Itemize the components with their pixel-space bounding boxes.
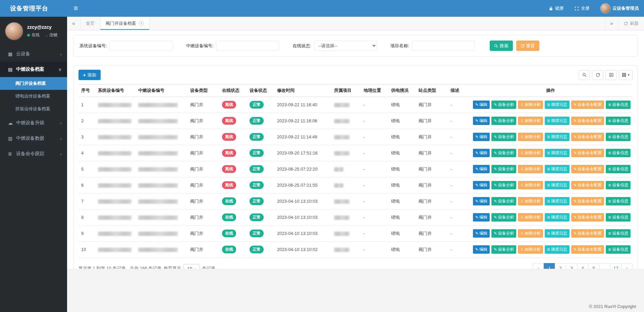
pagination-page-3[interactable]: 3: [566, 263, 577, 269]
device-command-config-button[interactable]: ✎设备命令配置: [571, 245, 604, 254]
fault-analysis-button[interactable]: ⇩故障分析: [518, 117, 543, 125]
dispatch-log-button[interactable]: ≣调度日志: [545, 165, 570, 173]
tab-home[interactable]: 首页: [80, 17, 100, 30]
device-analysis-button[interactable]: ✎设备分析: [491, 245, 516, 254]
row-edit-button[interactable]: ✎编辑: [473, 117, 490, 125]
device-info-button[interactable]: ≣设备信息: [606, 197, 631, 205]
fault-analysis-button[interactable]: ⇩故障分析: [518, 101, 543, 109]
row-edit-button[interactable]: ✎编辑: [473, 229, 490, 238]
row-edit-button[interactable]: ✎编辑: [473, 181, 490, 189]
fault-analysis-button[interactable]: ⇩故障分析: [518, 245, 543, 254]
tab-valve-well-archive[interactable]: 阀门井设备档案×: [100, 17, 150, 30]
fault-analysis-button[interactable]: ⇩故障分析: [518, 181, 543, 189]
table-columns-button[interactable]: ▾: [619, 70, 633, 80]
sidebar-item-gas-device-archive[interactable]: ▤中燃设备档案∨: [0, 62, 67, 77]
dispatch-log-button[interactable]: ≣调度日志: [545, 101, 570, 109]
dispatch-log-button[interactable]: ≣调度日志: [545, 245, 570, 254]
sidebar-subitem-valve-well-archive[interactable]: 阀门井设备档案: [0, 77, 67, 90]
pagination-page-5[interactable]: 5: [588, 263, 599, 269]
device-info-button[interactable]: ≣设备信息: [606, 181, 631, 189]
filter-sys-no-input[interactable]: [110, 41, 173, 51]
device-analysis-button[interactable]: ✎设备分析: [491, 133, 516, 141]
pagination-page-2[interactable]: 2: [555, 263, 566, 269]
page-size-select[interactable]: 10 ▴: [183, 264, 200, 269]
dispatch-log-button[interactable]: ≣调度日志: [545, 213, 570, 222]
device-analysis-button[interactable]: ✎设备分析: [491, 101, 516, 109]
device-info-button[interactable]: ≣设备信息: [606, 149, 631, 157]
device-command-config-button[interactable]: ✎设备命令配置: [571, 149, 604, 157]
header-user-menu[interactable]: 云设备管理员: [595, 0, 644, 17]
pagination-next-button[interactable]: ›: [621, 263, 633, 269]
row-edit-button[interactable]: ✎编辑: [473, 245, 490, 254]
filter-project-name-input[interactable]: [412, 41, 475, 51]
filter-gas-no-input[interactable]: [216, 41, 279, 51]
device-info-button[interactable]: ≣设备信息: [606, 229, 631, 238]
device-command-config-button[interactable]: ✎设备命令配置: [571, 229, 604, 238]
row-edit-button[interactable]: ✎编辑: [473, 197, 490, 205]
pagination-page-17[interactable]: 17: [610, 263, 622, 269]
sidebar-subitem-lithium-remote-archive[interactable]: 锂电远传设备档案: [0, 90, 67, 103]
fullscreen-button[interactable]: 全屏: [569, 0, 595, 17]
fault-analysis-button[interactable]: ⇩故障分析: [518, 133, 543, 141]
sidebar-item-gas-device-data[interactable]: ▥中燃设备数据‹: [0, 131, 67, 146]
device-command-config-button[interactable]: ✎设备命令配置: [571, 101, 604, 109]
dispatch-log-button[interactable]: ≣调度日志: [545, 197, 570, 205]
dispatch-log-button[interactable]: ≣调度日志: [545, 133, 570, 141]
device-command-config-button[interactable]: ✎设备命令配置: [571, 213, 604, 222]
sidebar-toggle-button[interactable]: ≡: [67, 0, 85, 17]
device-info-button[interactable]: ≣设备信息: [606, 165, 631, 173]
fault-analysis-button[interactable]: ⇩故障分析: [518, 197, 543, 205]
tab-refresh-button[interactable]: 刷新: [618, 17, 644, 30]
device-command-config-button[interactable]: ✎设备命令配置: [571, 181, 604, 189]
fault-analysis-button[interactable]: ⇩故障分析: [518, 213, 543, 222]
device-analysis-button[interactable]: ✎设备分析: [491, 229, 516, 238]
sidebar-item-gas-device-upgrade[interactable]: ☁中燃设备升级‹: [0, 115, 67, 131]
pagination-page-1[interactable]: 1: [544, 263, 555, 269]
device-info-button[interactable]: ≣设备信息: [606, 101, 631, 109]
table-view-toggle-button[interactable]: [605, 70, 617, 80]
device-analysis-button[interactable]: ✎设备分析: [491, 213, 516, 222]
tabs-scroll-right-button[interactable]: »: [605, 17, 618, 30]
pagination-prev-button[interactable]: ‹: [533, 263, 544, 269]
dispatch-log-button[interactable]: ≣调度日志: [545, 117, 570, 125]
row-edit-button[interactable]: ✎编辑: [473, 165, 490, 173]
device-analysis-button[interactable]: ✎设备分析: [491, 149, 516, 157]
add-button[interactable]: + 添加: [78, 70, 101, 80]
command-icon: ✎: [574, 103, 577, 107]
device-command-config-button[interactable]: ✎设备命令配置: [571, 117, 604, 125]
fault-analysis-button[interactable]: ⇩故障分析: [518, 229, 543, 238]
fault-analysis-button[interactable]: ⇩故障分析: [518, 165, 543, 173]
dispatch-log-button[interactable]: ≣调度日志: [545, 149, 570, 157]
lock-screen-button[interactable]: 锁屏: [543, 0, 569, 17]
row-edit-button[interactable]: ✎编辑: [473, 149, 490, 157]
row-edit-button[interactable]: ✎编辑: [473, 133, 490, 141]
sidebar-item-device-command-track[interactable]: ≣设备命令跟踪‹: [0, 146, 67, 162]
device-info-button[interactable]: ≣设备信息: [606, 133, 631, 141]
sidebar-item-cloud-device[interactable]: ▦云设备‹: [0, 46, 67, 62]
row-edit-button[interactable]: ✎编辑: [473, 213, 490, 222]
device-info-button[interactable]: ≣设备信息: [606, 117, 631, 125]
search-button[interactable]: 搜索: [490, 41, 513, 51]
device-analysis-button[interactable]: ✎设备分析: [491, 181, 516, 189]
device-analysis-button[interactable]: ✎设备分析: [491, 117, 516, 125]
device-info-button[interactable]: ≣设备信息: [606, 213, 631, 222]
row-edit-button[interactable]: ✎编辑: [473, 101, 490, 109]
filter-online-state-select[interactable]: --请选择--: [314, 41, 377, 51]
dispatch-log-button[interactable]: ≣调度日志: [545, 229, 570, 238]
logout-link[interactable]: → 注销: [44, 32, 57, 38]
dispatch-log-button[interactable]: ≣调度日志: [545, 181, 570, 189]
device-command-config-button[interactable]: ✎设备命令配置: [571, 197, 604, 205]
close-icon[interactable]: ×: [139, 21, 144, 26]
tabs-scroll-left-button[interactable]: «: [67, 17, 80, 30]
sidebar-subitem-assembled-remote-archive[interactable]: 拼装远传设备档案: [0, 103, 67, 115]
device-info-button[interactable]: ≣设备信息: [606, 245, 631, 254]
device-command-config-button[interactable]: ✎设备命令配置: [571, 165, 604, 173]
reset-button[interactable]: 重置: [516, 41, 539, 51]
pagination-page-4[interactable]: 4: [577, 263, 588, 269]
table-search-toggle-button[interactable]: [579, 70, 590, 80]
device-command-config-button[interactable]: ✎设备命令配置: [571, 133, 604, 141]
fault-analysis-button[interactable]: ⇩故障分析: [518, 149, 543, 157]
table-refresh-button[interactable]: [592, 70, 603, 80]
device-analysis-button[interactable]: ✎设备分析: [491, 197, 516, 205]
device-analysis-button[interactable]: ✎设备分析: [491, 165, 516, 173]
